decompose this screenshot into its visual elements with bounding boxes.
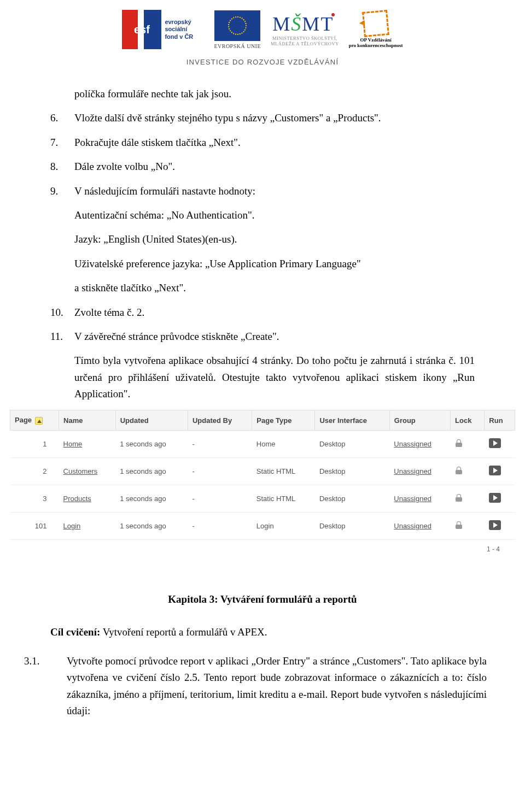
investice-tagline: INVESTICE DO ROZVOJE VZDĚLÁVÁNÍ [0,58,525,66]
cell-updated-by: - [188,513,252,540]
col-header-lock[interactable]: Lock [451,410,485,431]
msmt-caption: MINISTERSTVO ŠKOLSTVÍ, MLÁDEŽE A TĚLOVÝC… [271,36,339,46]
esf-caption: evropský sociální fond v ČR [165,19,204,40]
cell-page-type: Login [252,513,315,540]
list-number-9: 9. [50,183,74,199]
list-number-10: 10. [50,304,74,321]
group-link[interactable]: Unassigned [394,522,431,530]
cell-page-type: Static HTML [252,485,315,513]
lock-icon[interactable] [455,467,463,474]
table-row: 3Products1 seconds ago-Static HTMLDeskto… [10,485,515,513]
run-icon[interactable] [489,466,501,475]
cell-run [485,485,515,513]
cil-text: Vytvoření reportů a formulářů v APEX. [100,626,267,638]
group-link[interactable]: Unassigned [394,440,431,448]
page-name-link[interactable]: Products [63,495,91,503]
cell-updated: 1 seconds ago [115,431,188,458]
list-number-8: 8. [50,158,74,175]
table-row: 1Home1 seconds ago-HomeDesktopUnassigned [10,431,515,458]
header-logo-strip: esf evropský sociální fond v ČR EVROPSKÁ… [0,0,525,51]
cell-group: Unassigned [389,458,450,485]
cell-name: Login [59,513,116,540]
cell-ui: Desktop [315,513,389,540]
cell-name: Home [59,431,116,458]
cell-page: 1 [10,431,59,458]
subtext-language: Jazyk: „English (United States)(en-us). [74,231,475,248]
lock-icon[interactable] [455,439,463,447]
cell-lock [451,431,485,458]
list-number-7: 7. [50,134,74,151]
section-number-3-1: 3.1. [24,653,67,720]
cell-updated: 1 seconds ago [115,485,188,513]
table-pagination: 1 - 4 [10,545,500,553]
cell-run [485,431,515,458]
subtext-user-pref: Uživatelské preference jazyka: „Use Appl… [74,256,475,272]
list-text-8: Dále zvolte volbu „No". [74,158,475,175]
group-link[interactable]: Unassigned [394,467,431,475]
list-text-9: V následujícím formuláři nastavte hodnot… [74,183,475,199]
subtext-press-next: a stiskněte tlačítko „Next". [74,280,475,296]
cell-updated-by: - [188,485,252,513]
col-header-updated-by[interactable]: Updated By [188,410,252,431]
cell-run [485,513,515,540]
cell-lock [451,458,485,485]
col-header-page[interactable]: Page [10,410,59,431]
list-text-11: V závěrečné stránce průvodce stiskněte „… [74,328,475,345]
page-name-link[interactable]: Customers [63,467,98,475]
cil-label: Cíl cvičení: [50,626,100,638]
cell-ui: Desktop [315,431,389,458]
col-header-page-label: Page [15,416,32,424]
run-icon[interactable] [489,438,501,448]
run-icon[interactable] [489,520,501,530]
cell-run [485,458,515,485]
pages-table: Page Name Updated Updated By Page Type U… [10,410,515,540]
table-row: 101Login1 seconds ago-LoginDesktopUnassi… [10,513,515,540]
cell-page-type: Static HTML [252,458,315,485]
page-name-link[interactable]: Login [63,522,81,530]
msmt-mark-icon: MŠMT [272,13,337,36]
cell-page: 101 [10,513,59,540]
cell-updated-by: - [188,458,252,485]
esf-logo: esf evropský sociální fond v ČR [122,10,204,49]
cell-group: Unassigned [389,431,450,458]
sort-asc-icon[interactable] [35,417,43,425]
page-name-link[interactable]: Home [63,440,83,448]
cell-page: 2 [10,458,59,485]
cell-ui: Desktop [315,458,389,485]
lock-icon[interactable] [455,494,463,502]
eu-caption: EVROPSKÁ UNIE [214,43,261,49]
cell-name: Products [59,485,116,513]
col-header-page-type[interactable]: Page Type [252,410,315,431]
subtext-summary: Tímto byla vytvořena aplikace obsahující… [74,352,475,402]
cell-group: Unassigned [389,513,450,540]
run-icon[interactable] [489,493,501,503]
col-header-updated[interactable]: Updated [115,410,188,431]
cell-updated: 1 seconds ago [115,458,188,485]
cell-name: Customers [59,458,116,485]
opvk-caption-line2: pro konkurenceschopnost [349,43,403,48]
cell-lock [451,485,485,513]
esf-badge-icon: esf [122,10,161,49]
cell-lock [451,513,485,540]
msmt-logo: MŠMT MINISTERSTVO ŠKOLSTVÍ, MLÁDEŽE A TĚ… [271,13,339,46]
col-header-name[interactable]: Name [59,410,116,431]
cell-page: 3 [10,485,59,513]
cell-updated-by: - [188,431,252,458]
eu-logo: EVROPSKÁ UNIE [214,10,261,49]
opvk-caption: OP Vzdělávání pro konkurenceschopnost [349,37,403,48]
list-number-11: 11. [50,328,74,345]
group-link[interactable]: Unassigned [394,495,431,503]
list-text-6: Vložte další dvě stránky stejného typu s… [74,110,475,126]
opvk-square-icon [362,10,389,37]
col-header-ui[interactable]: User Interface [315,410,389,431]
col-header-run[interactable]: Run [485,410,515,431]
paragraph-intro: políčka formuláře nechte tak jak jsou. [74,86,475,102]
col-header-group[interactable]: Group [389,410,450,431]
pages-table-screenshot: Page Name Updated Updated By Page Type U… [10,410,515,553]
subtext-auth-schema: Autentizační schéma: „No Authentication"… [74,207,475,223]
eu-flag-icon [214,10,260,41]
msmt-caption-line2: MLÁDEŽE A TĚLOVÝCHOVY [271,41,339,46]
cell-updated: 1 seconds ago [115,513,188,540]
list-number-6: 6. [50,110,74,126]
lock-icon[interactable] [455,521,463,529]
